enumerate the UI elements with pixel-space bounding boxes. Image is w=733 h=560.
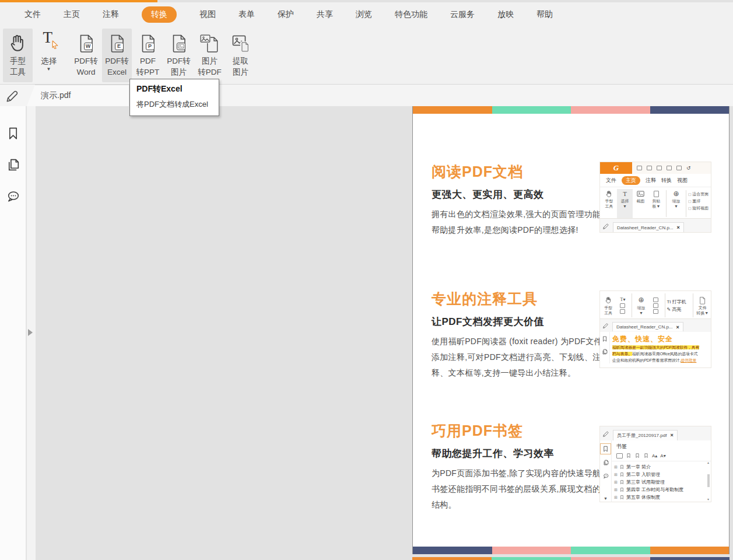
mini-close-icon: × xyxy=(677,225,680,230)
ppt-badge-icon: P xyxy=(146,43,155,50)
panel-expand-handle[interactable] xyxy=(28,329,33,336)
menu-features[interactable]: 特色功能 xyxy=(395,9,427,20)
screenshot-annotation-ui: 手型工具 T▾ ⊕ 缩放▼ TI 打字机 ✎ 高亮 文件转换▼ Datashee… xyxy=(599,290,711,368)
cursor-icon xyxy=(51,40,59,49)
image-badge-icon xyxy=(177,43,185,50)
mini-doc-heading: 免费、快速、安全 xyxy=(612,334,709,344)
mini-bookmark-icon-active xyxy=(602,445,609,453)
mini-close-icon: × xyxy=(676,324,679,330)
mini-undo-icon: ↺ xyxy=(686,165,691,171)
page-top-stripes xyxy=(413,106,729,114)
mini-bookmark-up-icon xyxy=(634,453,640,459)
select-text-icon xyxy=(40,33,58,53)
bookmark-item: 第三章 试用期管理 xyxy=(614,478,711,486)
tooltip-title: PDF转Excel xyxy=(136,84,212,94)
tooltip-description: 将PDF文档转成Excel xyxy=(136,99,212,110)
comments-panel-icon[interactable] xyxy=(5,188,21,204)
menu-convert[interactable]: 转换 xyxy=(142,6,177,23)
bookmark-glyph-icon xyxy=(619,480,625,485)
section-subheading: 让PDF文档发挥更大价值 xyxy=(432,315,604,328)
hand-icon xyxy=(8,33,28,53)
extract-image-button[interactable]: 提取 图片 xyxy=(226,29,255,82)
mini-comment-icon xyxy=(602,473,609,480)
mini-print-icon xyxy=(657,166,662,170)
mini-font-smaller-icon: A▾ xyxy=(660,453,665,459)
menu-present[interactable]: 放映 xyxy=(497,9,514,20)
ribbon-menubar: 文件 主页 注释 转换 视图 表单 保护 共享 浏览 特色功能 云服务 放映 帮… xyxy=(0,2,733,26)
mini-open-icon xyxy=(637,166,642,170)
mini-doc-icon xyxy=(699,296,706,304)
ribbon-toolbar: 手型 工具 选择 ▼ W PDF转 Word E PDF转 Excel P PD… xyxy=(0,26,733,85)
section-annotation-tools: 专业的注释工具 让PDF文档发挥更大价值 使用福昕PDF阅读器 (foxit r… xyxy=(432,289,604,381)
menu-comment[interactable]: 注释 xyxy=(103,9,119,20)
pdf-page: 阅读PDF文档 更强大、更实用、更高效 拥有出色的文档渲染效果,强大的页面管理功… xyxy=(412,106,730,554)
menu-file[interactable]: 文件 xyxy=(24,9,41,20)
bookmark-item: 第一章 简介 xyxy=(614,463,711,471)
image-icon xyxy=(200,34,211,43)
pdf-to-excel-button[interactable]: E PDF转 Excel xyxy=(102,29,132,82)
mini-doc-icon xyxy=(676,166,682,170)
screenshot-bookmarks-ui: 员工手册_20120917.pdf× ▼ 书签 A▴ xyxy=(599,426,711,502)
mini-zoom-icon: ⊕ xyxy=(673,189,679,198)
next-page-top-stripes xyxy=(412,557,730,560)
image-to-pdf-button[interactable]: 图片 转PDF xyxy=(195,29,225,82)
menu-protect[interactable]: 保护 xyxy=(278,9,294,20)
mini-bookmark-icon xyxy=(601,335,608,342)
section-heading: 巧用PDF书签 xyxy=(432,421,604,440)
menu-help[interactable]: 帮助 xyxy=(536,9,553,20)
menu-form[interactable]: 表单 xyxy=(239,9,255,20)
tooltip: PDF转Excel 将PDF文档转成Excel xyxy=(129,79,219,116)
mini-pages-icon xyxy=(602,459,609,466)
bookmark-glyph-icon xyxy=(619,495,625,500)
document-tab[interactable]: 演示.pdf xyxy=(27,85,129,106)
pdf-to-ppt-button[interactable]: P PDF 转PPT xyxy=(133,29,163,82)
navigation-sidebar xyxy=(0,106,26,560)
mini-save-icon xyxy=(647,166,652,170)
pdf-to-image-button[interactable]: PDF转 图片 xyxy=(164,29,194,82)
menu-browse[interactable]: 浏览 xyxy=(356,9,372,20)
mini-zoom-icon: ⊕ xyxy=(639,296,644,305)
menu-cloud[interactable]: 云服务 xyxy=(450,9,475,20)
document-tabbar: 演示.pdf xyxy=(0,85,733,106)
bookmarks-panel-icon[interactable] xyxy=(5,125,21,141)
mini-expand-all-icon xyxy=(616,453,623,459)
mini-font-larger-icon: A▴ xyxy=(652,453,657,459)
foxit-logo: G xyxy=(600,162,632,174)
document-viewport: 阅读PDF文档 更强大、更实用、更高效 拥有出色的文档渲染效果,强大的页面管理功… xyxy=(36,106,733,560)
page-bottom-stripes xyxy=(413,547,729,554)
mini-scrollbar: ▴▾ xyxy=(706,460,710,501)
screenshot-reader-ui: G ↺ 文件 主页 注释 转换 视图 手型工具 T 选择▼ xyxy=(599,162,711,233)
menu-share[interactable]: 共享 xyxy=(317,9,333,20)
bookmark-glyph-icon xyxy=(619,487,625,492)
word-badge-icon: W xyxy=(84,43,93,50)
section-body: 拥有出色的文档渲染效果,强大的页面管理功能,帮助提升效率,是您阅读PDF的理想选… xyxy=(432,206,604,238)
chevron-down-icon: ▼ xyxy=(47,66,51,72)
pages-panel-icon[interactable] xyxy=(5,157,21,173)
section-subheading: 更强大、更实用、更高效 xyxy=(432,188,604,201)
mini-snapshot-icon xyxy=(637,191,644,197)
pdf-to-word-button[interactable]: W PDF转 Word xyxy=(71,29,101,82)
section-heading: 阅读PDF文档 xyxy=(432,162,604,181)
menu-home[interactable]: 主页 xyxy=(64,9,80,20)
section-subheading: 帮助您提升工作、学习效率 xyxy=(432,447,604,460)
hand-tool-button[interactable]: 手型 工具 xyxy=(3,29,33,82)
excel-badge-icon: E xyxy=(115,43,124,50)
section-body: 为PDF页面添加书签,除了实现内容的快速导航,书签还能指明不同书签的层级关系,展… xyxy=(432,466,604,513)
menu-view[interactable]: 视图 xyxy=(199,9,216,20)
bookmarks-panel-title: 书签 xyxy=(612,440,711,452)
bookmark-item: 第五章 休假制度 xyxy=(614,494,711,501)
section-read-pdf: 阅读PDF文档 更强大、更实用、更高效 拥有出色的文档渲染效果,强大的页面管理功… xyxy=(432,162,604,238)
select-tool-button[interactable]: 选择 ▼ xyxy=(34,29,64,82)
mini-add-bookmark-icon xyxy=(626,453,632,459)
mini-close-icon: × xyxy=(670,432,673,438)
bookmark-glyph-icon xyxy=(619,472,625,477)
mini-hand-icon xyxy=(605,190,613,198)
sheet-icon xyxy=(240,41,250,52)
mini-pencil-icon xyxy=(602,222,610,230)
mini-pencil-icon xyxy=(602,430,610,438)
mini-hand-icon xyxy=(605,296,612,304)
bookmark-glyph-icon xyxy=(619,464,625,470)
mini-bookmark-down-icon xyxy=(643,453,649,459)
section-bookmarks: 巧用PDF书签 帮助您提升工作、学习效率 为PDF页面添加书签,除了实现内容的快… xyxy=(432,421,604,513)
annotate-pencil-icon[interactable] xyxy=(5,88,21,103)
